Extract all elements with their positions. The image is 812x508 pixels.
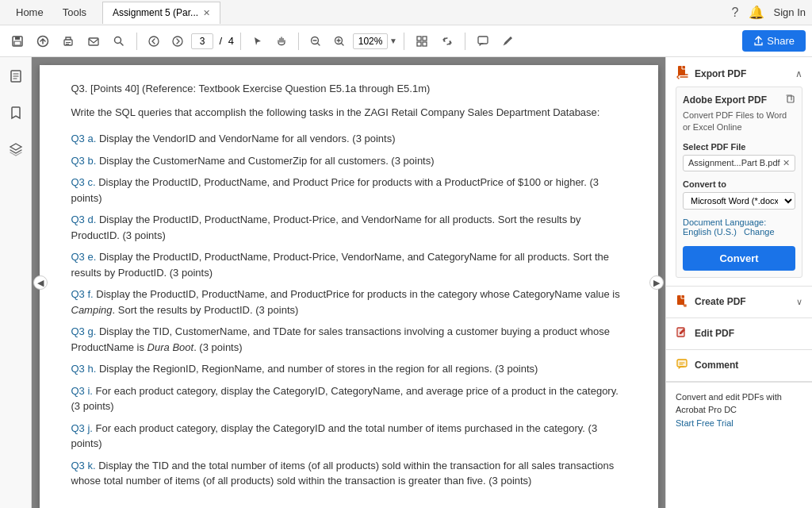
email-button[interactable] [82,32,105,51]
export-pdf-label: Export PDF [695,68,746,79]
collapse-left-button[interactable]: ◀ [33,275,48,290]
question-item: Q3 j. For each product category, display… [71,421,626,452]
prev-page-button[interactable] [144,33,164,50]
sidebar-pages-icon[interactable] [5,65,27,90]
question-text: Display the TID and the total number of … [71,460,615,487]
svg-rect-7 [89,38,98,45]
file-selector[interactable]: Assignment...Part B.pdf ✕ [683,155,795,171]
share-button[interactable]: Share [742,30,806,52]
file-remove-icon[interactable]: ✕ [783,158,790,168]
page-number-input[interactable] [191,33,213,49]
zoom-control: 102% ▼ [353,33,397,49]
export-pdf-title: Export PDF [676,65,746,82]
export-pdf-section: Export PDF ∧ Adobe Export PDF Convert PD… [666,57,812,287]
question-item: Q3 f. Display the ProductID, ProductName… [71,287,626,318]
main-layout: ◀ Q3. [Points 40] (Reference: Textbook E… [0,57,812,508]
help-icon[interactable]: ? [732,6,739,20]
comment-toolbar-button[interactable] [472,32,494,51]
sidebar-bookmarks-icon[interactable] [5,102,27,127]
question-item: Q3 k. Display the TID and the total numb… [71,458,626,489]
notification-icon[interactable]: 🔔 [749,5,764,20]
convert-button[interactable]: Convert [683,246,795,271]
promo-text: Convert and edit PDFs with Acrobat Pro D… [676,392,782,415]
create-pdf-icon [676,294,688,310]
intro-body: Write the SQL queries that accomplish th… [71,106,600,118]
zoom-in-button[interactable] [329,33,350,50]
separator-1 [136,33,137,50]
question-text: For each product category, display the C… [71,385,619,413]
tab-close-icon[interactable]: ✕ [203,8,210,18]
left-sidebar [0,57,32,508]
hand-tool-button[interactable] [271,33,292,50]
edit-pdf-left: Edit PDF [676,326,734,341]
menu-home[interactable]: Home [6,3,53,21]
convert-to-select[interactable]: Microsoft Word (*.docx) Excel (*.xlsx) P… [683,192,795,210]
create-pdf-chevron[interactable]: ∨ [796,297,802,307]
sidebar-layers-icon[interactable] [5,138,27,164]
menu-right: ? 🔔 Sign In [732,5,806,20]
comment-left: Comment [676,358,738,373]
doc-language-label: Document Language: [683,217,766,227]
svg-rect-20 [787,96,794,102]
save-button[interactable] [6,32,29,51]
edit-pdf-label: Edit PDF [695,328,734,339]
svg-rect-1 [15,37,20,40]
edit-pdf-item[interactable]: Edit PDF [666,318,812,350]
separator-5 [465,33,465,50]
export-pdf-chevron[interactable]: ∧ [795,68,802,79]
question-item: Q3 e. Display the ProductID, ProductName… [71,249,626,280]
zoom-value[interactable]: 102% [353,33,388,49]
active-tab[interactable]: Assignment 5 (Par... ✕ [102,2,220,24]
language-name: English (U.S.) [683,227,737,237]
collapse-right-button[interactable]: ▶ [649,275,664,290]
print-button[interactable] [57,32,79,51]
svg-rect-15 [417,42,421,46]
rotate-button[interactable] [436,32,458,51]
question-text: Display the RegionID, RegionName, and nu… [96,363,538,375]
sign-in-button[interactable]: Sign In [774,6,806,18]
question-label: Q3 h. [71,363,97,375]
fit-page-button[interactable] [411,32,433,51]
svg-point-10 [173,37,182,46]
svg-rect-14 [423,37,427,40]
draw-button[interactable] [497,32,519,51]
svg-point-9 [149,37,159,46]
question-label: Q3 e. [71,251,97,263]
file-name: Assignment...Part B.pdf [688,158,783,167]
svg-rect-2 [14,41,21,45]
svg-rect-17 [478,37,488,44]
svg-rect-13 [417,37,421,40]
content-area: ◀ Q3. [Points 40] (Reference: Textbook E… [32,57,665,508]
adobe-subtitle: Convert PDF Files to Word or Excel Onlin… [683,110,795,134]
tab-label: Assignment 5 (Par... [113,7,198,18]
cursor-tool-button[interactable] [247,33,268,50]
svg-point-8 [115,37,121,43]
question-item: Q3 h. Display the RegionID, RegionName, … [71,361,626,377]
next-page-button[interactable] [167,33,188,50]
upload-button[interactable] [32,32,54,51]
separator-3 [298,33,299,50]
adobe-title: Adobe Export PDF [683,94,767,106]
create-pdf-item[interactable]: Create PDF ∨ [666,287,812,318]
question-label: Q3 f. [71,288,94,300]
change-language-link[interactable]: Change [744,227,775,237]
intro-text: Write the SQL queries that accomplish th… [71,105,626,121]
toolbar: / 4 102% ▼ Share [0,25,812,57]
question-text: Display the VendorID and VendorName for … [96,133,395,144]
question-label: Q3 j. [71,422,93,434]
zoom-out-button[interactable] [305,33,326,50]
page-total: 4 [228,35,234,47]
promo-link[interactable]: Start Free Trial [676,418,733,428]
share-label: Share [767,35,795,47]
comment-item[interactable]: Comment [666,350,812,382]
zoom-dropdown-icon[interactable]: ▼ [389,37,397,45]
menu-tools[interactable]: Tools [53,3,96,21]
question-header-text: Q3. [Points 40] (Reference: Textbook Exe… [71,83,431,94]
question-label: Q3 c. [71,176,96,188]
search-button[interactable] [108,32,130,51]
question-text: Display the ProductID, ProductName, and … [71,288,620,316]
page-separator: / [216,35,225,47]
question-item: Q3 i. For each product category, display… [71,383,626,414]
adobe-copy-icon[interactable] [785,94,795,106]
doc-language: Document Language: English (U.S.) Change [683,217,795,237]
